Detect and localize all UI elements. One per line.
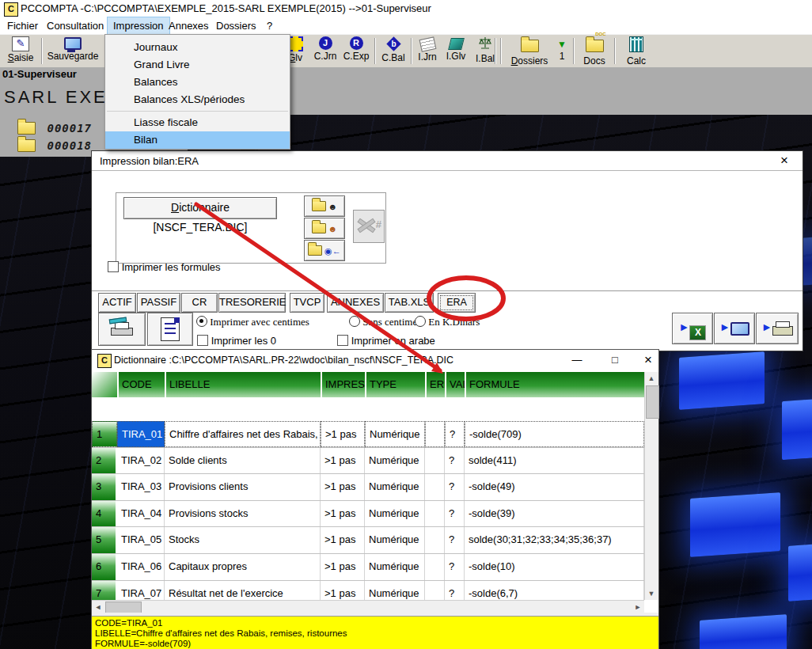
cell-libelle[interactable]: Provisions stocks xyxy=(165,501,321,527)
cell-vale[interactable]: ? xyxy=(445,554,465,580)
dictionary-button[interactable]: Dictionnaire [NSCF_TERA.DIC] xyxy=(123,197,277,219)
cell-erf[interactable] xyxy=(425,448,445,474)
cell-code[interactable]: TIRA_04 xyxy=(117,501,165,527)
menu-item-grand-livre[interactable]: Grand Livre xyxy=(105,56,290,74)
toolbar-cjrn-button[interactable]: J C.Jrn xyxy=(310,36,340,66)
checkbox-box[interactable] xyxy=(337,335,348,346)
menu-dossiers[interactable]: Dossiers xyxy=(211,17,262,34)
tab-era[interactable]: ERA xyxy=(438,293,476,313)
maximize-button[interactable]: □ xyxy=(605,352,625,368)
export-printer-button[interactable]: ► xyxy=(756,313,799,344)
scroll-right-arrow[interactable]: ► xyxy=(632,601,644,613)
toolbar-cbal-button[interactable]: b C.Bal xyxy=(378,36,409,66)
cell-libelle[interactable]: Chiffre d'affaires net des Rabais, re xyxy=(165,421,321,447)
cell-vale[interactable]: ? xyxy=(445,474,465,500)
tab-tab-xls[interactable]: TAB.XLS xyxy=(385,293,434,313)
scroll-down-arrow[interactable]: ▼ xyxy=(645,587,658,600)
cell-libelle[interactable]: Solde clients xyxy=(165,448,321,474)
cell-type[interactable]: Numérique xyxy=(365,474,425,500)
menu-item-balances[interactable]: Balances xyxy=(105,74,290,91)
radio-dot[interactable] xyxy=(349,316,360,327)
row-number[interactable]: 1 xyxy=(92,421,117,447)
tab-tresorerie[interactable]: TRESORERIE xyxy=(218,293,286,313)
cell-impress[interactable]: >1 pas xyxy=(321,474,365,500)
toolbar-saisie-button[interactable]: ✎ Saisie xyxy=(3,36,38,66)
cell-type[interactable]: Numérique xyxy=(365,501,425,527)
document-preview-button[interactable] xyxy=(147,313,193,346)
menu-annexes[interactable]: Annexes xyxy=(163,17,214,34)
cell-type[interactable]: Numérique xyxy=(365,448,425,474)
row-number[interactable]: 5 xyxy=(92,527,117,553)
cell-code[interactable]: TIRA_06 xyxy=(117,554,165,580)
dialog-close-button[interactable]: × xyxy=(776,153,793,169)
printer-setup-button[interactable] xyxy=(98,313,146,346)
menu-item-journaux[interactable]: Journaux xyxy=(105,39,290,56)
minimize-button[interactable]: — xyxy=(567,352,587,368)
row-number[interactable]: 6 xyxy=(92,554,117,580)
check-imprimer-zeros[interactable]: Imprimer les 0 xyxy=(197,335,276,347)
checkbox-box[interactable] xyxy=(108,261,119,272)
toolbar-dossiers-button[interactable]: Dossiers xyxy=(509,36,550,66)
export-excel-button[interactable]: ►X xyxy=(672,313,713,344)
cell-erf[interactable] xyxy=(425,421,445,447)
row-number[interactable]: 3 xyxy=(92,474,117,500)
tab-tvcp[interactable]: TVCP xyxy=(290,293,324,313)
toolbar-ijrn-button[interactable]: I.Jrn xyxy=(414,36,441,66)
cell-erf[interactable] xyxy=(425,554,445,580)
cell-code[interactable]: TIRA_02 xyxy=(117,448,165,474)
cell-libelle[interactable]: Capitaux propres xyxy=(165,554,321,580)
scroll-left-arrow[interactable]: ◄ xyxy=(92,601,104,613)
cell-vale[interactable]: ? xyxy=(445,421,465,447)
cell-erf[interactable] xyxy=(425,527,445,553)
tab-actif[interactable]: ACTIF xyxy=(98,293,136,313)
open-dictionary-user-button[interactable]: ☻ xyxy=(304,195,345,217)
cell-code-selected[interactable]: TIRA_01 xyxy=(117,421,165,447)
radio-kdinars[interactable]: En K.Dinars xyxy=(415,316,480,328)
cell-impress[interactable]: >1 pas xyxy=(321,554,365,580)
cell-libelle[interactable]: Stocks xyxy=(165,527,321,553)
tab-cr[interactable]: CR xyxy=(181,293,218,313)
cell-impress[interactable]: >1 pas xyxy=(321,421,365,447)
cell-formule[interactable]: -solde(10) xyxy=(465,554,644,580)
check-imprimer-arabe[interactable]: Imprimer en arabe xyxy=(337,335,435,347)
cell-erf[interactable] xyxy=(425,474,445,500)
cell-libelle[interactable]: Provisions clients xyxy=(165,474,321,500)
scroll-up-arrow[interactable]: ▲ xyxy=(645,372,658,385)
row-number[interactable]: 4 xyxy=(92,501,117,527)
export-screen-button[interactable]: ► xyxy=(714,313,755,344)
menu-item-bilan[interactable]: Bilan xyxy=(105,131,290,149)
open-dictionary-global-button[interactable]: ◉← xyxy=(304,240,345,261)
menu-item-liasse-fiscale[interactable]: Liasse fiscale xyxy=(105,114,290,131)
toolbar-sauvegarde-button[interactable]: Sauvegarde xyxy=(44,36,101,66)
toolbar-one-button[interactable]: ▼ 1 xyxy=(552,36,571,66)
radio-avec-centimes[interactable]: Imprimer avec centimes xyxy=(196,316,309,328)
menu-item-balances-xls[interactable]: Balances XLS/périodes xyxy=(105,91,290,108)
toolbar-iglv-button[interactable]: I.Glv xyxy=(442,36,470,66)
cell-type[interactable]: Numérique xyxy=(365,554,425,580)
horizontal-scroll-thumb[interactable] xyxy=(105,602,142,613)
cell-vale[interactable]: ? xyxy=(445,501,465,527)
toolbar-calc-button[interactable]: Calc xyxy=(620,36,652,66)
open-dictionary-users-button[interactable]: ☻ xyxy=(304,218,345,239)
menu-fichier[interactable]: Fichier xyxy=(2,17,44,34)
cell-formule[interactable]: -solde(709) xyxy=(465,421,644,447)
print-formulas-checkbox[interactable]: Imprimer les formules xyxy=(108,261,221,273)
toolbar-cexp-button[interactable]: R C.Exp xyxy=(340,36,372,66)
toolbar-docs-button[interactable]: DOC Docs xyxy=(578,36,611,66)
cell-impress[interactable]: >1 pas xyxy=(321,448,365,474)
cell-formule[interactable]: solde(30;31;32;33;34;35;36;37) xyxy=(465,527,644,553)
cell-formule[interactable]: solde(411) xyxy=(465,448,644,474)
cell-type[interactable]: Numérique xyxy=(365,527,425,553)
radio-dot[interactable] xyxy=(415,316,426,327)
vertical-scrollbar[interactable]: ▲ ▼ xyxy=(644,372,658,600)
cell-formule[interactable]: -solde(49) xyxy=(465,474,644,500)
dossier-item-000017[interactable]: 000017 xyxy=(17,119,92,135)
cell-vale[interactable]: ? xyxy=(445,527,465,553)
cell-formule[interactable]: -solde(39) xyxy=(465,501,644,527)
vertical-scroll-thumb[interactable] xyxy=(646,385,659,419)
cell-impress[interactable]: >1 pas xyxy=(321,501,365,527)
menu-consultation[interactable]: Consultation xyxy=(41,17,109,34)
dossier-item-000018[interactable]: 000018 xyxy=(17,136,92,152)
menu-help[interactable]: ? xyxy=(261,17,278,34)
cell-erf[interactable] xyxy=(425,501,445,527)
